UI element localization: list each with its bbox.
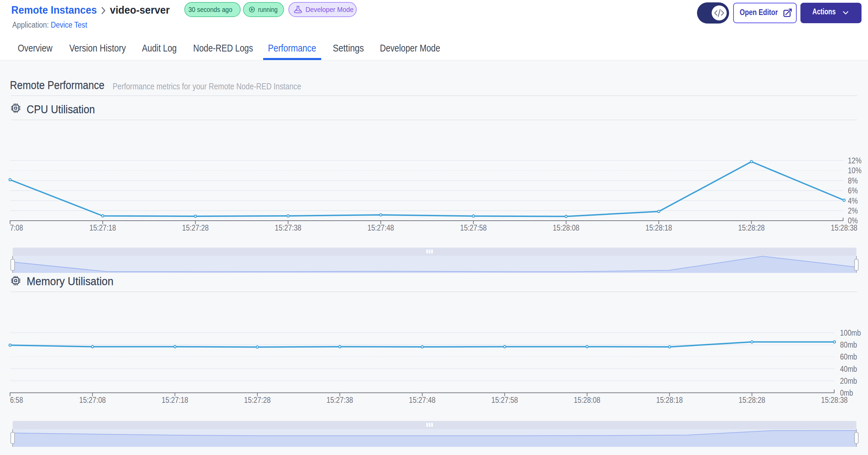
svg-text:20mb: 20mb [840,377,857,385]
svg-text:6:58: 6:58 [10,396,23,405]
svg-text:15:28:18: 15:28:18 [656,396,683,405]
svg-text:15:27:18: 15:27:18 [162,396,188,405]
svg-text:15:27:58: 15:27:58 [460,223,487,232]
svg-text:15:28:08: 15:28:08 [574,396,600,405]
svg-text:15:27:48: 15:27:48 [368,223,394,232]
svg-text:15:28:38: 15:28:38 [831,223,857,232]
svg-text:15:28:38: 15:28:38 [821,396,848,405]
svg-text:80mb: 80mb [840,340,857,349]
svg-text:15:27:38: 15:27:38 [275,223,301,232]
svg-text:15:27:28: 15:27:28 [244,396,271,405]
svg-text:15:28:28: 15:28:28 [738,223,765,232]
svg-text:15:27:08: 15:27:08 [79,396,106,405]
svg-text:2%: 2% [848,206,858,215]
svg-text:15:28:08: 15:28:08 [553,223,580,232]
svg-text:6%: 6% [848,186,858,195]
svg-text:4%: 4% [848,196,858,205]
svg-text:7:08: 7:08 [10,223,23,232]
svg-text:15:28:18: 15:28:18 [645,223,672,232]
svg-text:15:28:28: 15:28:28 [739,396,765,405]
svg-text:8%: 8% [848,176,858,185]
svg-text:15:27:18: 15:27:18 [89,223,116,232]
svg-text:15:27:58: 15:27:58 [492,396,518,405]
svg-text:10%: 10% [848,166,862,175]
svg-text:12%: 12% [848,156,862,165]
svg-text:15:27:28: 15:27:28 [182,223,209,232]
svg-text:15:27:38: 15:27:38 [327,396,353,405]
svg-text:60mb: 60mb [840,352,857,361]
svg-text:40mb: 40mb [840,365,857,373]
svg-text:100mb: 100mb [840,328,861,337]
svg-text:15:27:48: 15:27:48 [409,396,436,405]
